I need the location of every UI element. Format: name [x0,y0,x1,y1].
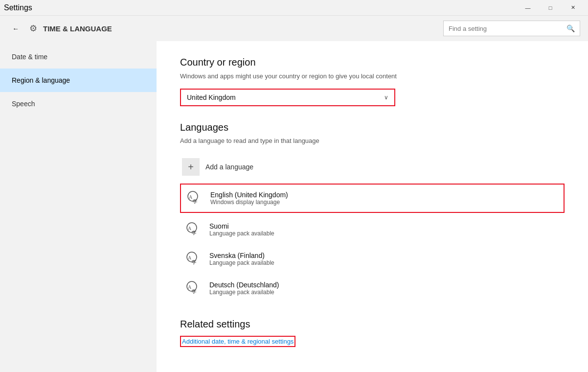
add-icon: + [182,158,200,176]
titlebar-title: Settings [4,3,32,12]
settings-icon: ⚙ [29,23,37,34]
language-list: A 字 English (United Kingdom) Windows dis… [180,184,565,303]
titlebar-controls: — □ ✕ [517,0,584,16]
svg-text:A: A [188,255,192,260]
country-section-desc: Windows and apps might use your country … [180,72,565,81]
app-header: ← ⚙ TIME & LANGUAGE 🔍 [0,16,588,41]
plus-icon: + [188,162,194,173]
language-item-suomi[interactable]: A 字 Suomi Language pack available [180,215,565,244]
svg-text:A: A [188,284,192,290]
language-status: Language pack available [209,230,274,237]
close-button[interactable]: ✕ [562,0,584,16]
main-layout: Date & time Region & language Speech Cou… [0,41,588,372]
svg-text:字: 字 [192,289,197,294]
languages-title: Languages [180,122,565,133]
titlebar-left: Settings [4,3,32,12]
languages-section: Languages Add a language to read and typ… [180,122,565,303]
language-item-deutsch[interactable]: A 字 Deutsch (Deutschland) Language pack … [180,274,565,303]
sidebar-item-speech[interactable]: Speech [0,92,157,116]
languages-desc: Add a language to read and type in that … [180,137,565,144]
minimize-button[interactable]: — [517,0,539,16]
country-section: Country or region Windows and apps might… [180,57,565,106]
sidebar-item-label: Speech [12,100,35,108]
language-info-deutsch: Deutsch (Deutschland) Language pack avai… [209,281,279,296]
language-name: Svenska (Finland) [209,252,274,259]
back-icon: ← [12,25,19,32]
country-dropdown[interactable]: United Kingdom ∨ [180,89,395,106]
language-icon-english-uk: A 字 [183,188,203,208]
app-shell: ← ⚙ TIME & LANGUAGE 🔍 Date & time Region… [0,16,588,372]
svg-text:字: 字 [192,259,197,265]
language-item-english-uk[interactable]: A 字 English (United Kingdom) Windows dis… [180,184,565,213]
svg-text:字: 字 [193,199,198,204]
language-name: Deutsch (Deutschland) [209,281,279,289]
sidebar: Date & time Region & language Speech [0,41,157,372]
language-info-english-uk: English (United Kingdom) Windows display… [210,191,288,206]
titlebar: Settings — □ ✕ [0,0,588,16]
svg-text:字: 字 [192,230,197,235]
language-status: Windows display language [210,199,288,206]
search-box[interactable]: 🔍 [443,21,580,36]
search-input[interactable] [449,25,566,32]
related-settings-title: Related settings [180,319,565,330]
add-language-label: Add a language [205,163,253,171]
sidebar-item-label: Region & language [12,76,70,84]
sidebar-item-region-language[interactable]: Region & language [0,69,157,92]
language-status: Language pack available [209,289,279,296]
additional-date-time-link[interactable]: Additional date, time & regional setting… [180,336,295,347]
content-area: Country or region Windows and apps might… [157,41,588,372]
language-name: Suomi [209,222,274,230]
maximize-button[interactable]: □ [539,0,562,16]
related-settings-section: Related settings Additional date, time &… [180,319,565,347]
language-name: English (United Kingdom) [210,191,288,199]
language-info-suomi: Suomi Language pack available [209,222,274,237]
app-title: TIME & LANGUAGE [43,24,437,33]
language-icon-deutsch: A 字 [182,279,202,298]
svg-text:A: A [189,194,193,200]
language-item-svenska[interactable]: A 字 Svenska (Finland) Language pack avai… [180,244,565,274]
add-language-button[interactable]: + Add a language [180,154,255,180]
language-info-svenska: Svenska (Finland) Language pack availabl… [209,252,274,266]
dropdown-chevron-icon: ∨ [384,94,388,101]
language-icon-suomi: A 字 [182,220,202,239]
country-selected-value: United Kingdom [187,93,236,101]
language-status: Language pack available [209,259,274,266]
sidebar-item-date-time[interactable]: Date & time [0,45,157,69]
country-section-title: Country or region [180,57,565,68]
search-icon: 🔍 [566,24,575,32]
language-icon-svenska: A 字 [182,249,202,269]
sidebar-item-label: Date & time [12,53,47,61]
svg-text:A: A [188,226,192,231]
back-button[interactable]: ← [8,21,23,36]
